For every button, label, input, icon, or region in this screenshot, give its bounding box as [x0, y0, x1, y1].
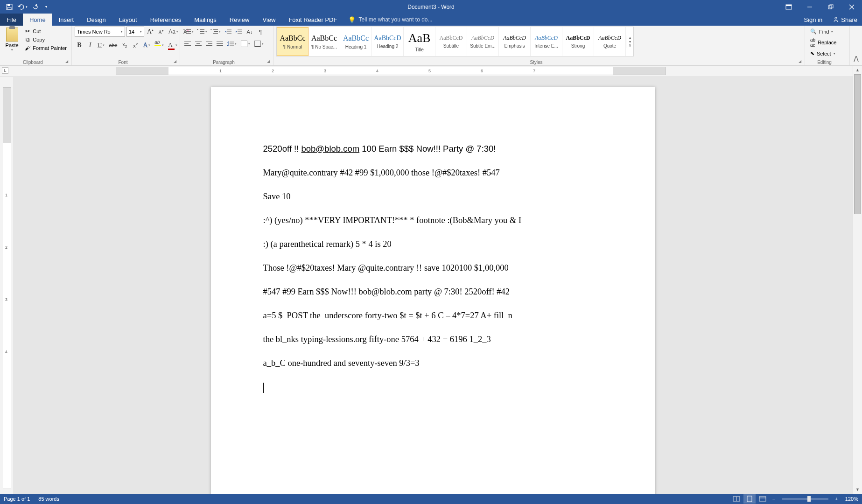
multilevel-list-button[interactable]: ▾: [210, 27, 222, 37]
sign-in-button[interactable]: Sign in: [799, 16, 828, 23]
word-count-status[interactable]: 85 words: [38, 496, 59, 502]
maximize-button[interactable]: [820, 0, 841, 14]
collapse-ribbon-button[interactable]: ᐱ: [850, 26, 862, 65]
paragraph-cursor[interactable]: [263, 381, 603, 393]
clipboard-launcher[interactable]: ◢: [65, 59, 70, 64]
subscript-button[interactable]: x2: [120, 40, 129, 50]
style-item[interactable]: AaBTitle: [404, 27, 435, 56]
vertical-scrollbar[interactable]: ▲ ▼: [853, 66, 862, 494]
line-spacing-button[interactable]: ▾: [226, 39, 238, 49]
save-button[interactable]: [4, 1, 15, 13]
paragraph[interactable]: #547 #99 Earn $$$ Now!!! bob@blob.com pa…: [263, 286, 603, 298]
copy-button[interactable]: ⧉Copy: [22, 36, 69, 43]
horizontal-ruler[interactable]: 1234567: [116, 67, 666, 75]
shading-button[interactable]: ▾: [239, 39, 252, 49]
vertical-ruler[interactable]: 1234: [3, 87, 11, 489]
paragraph[interactable]: Those !@#$20taxes! Mary @quite.contrary …: [263, 262, 603, 274]
text-effects-button[interactable]: A▾: [141, 40, 152, 50]
paste-button[interactable]: Paste ▾: [3, 27, 21, 53]
zoom-level[interactable]: 120%: [845, 496, 858, 502]
style-item[interactable]: AaBbCcDSubtitle: [435, 27, 467, 56]
tab-view[interactable]: View: [256, 14, 282, 26]
scroll-track[interactable]: [854, 74, 861, 485]
bold-button[interactable]: B: [75, 40, 84, 50]
paragraph[interactable]: :^) (yes/no) ***VERY IMPORTANT!*** * foo…: [263, 215, 603, 226]
style-item[interactable]: AaBbCcDStrong: [562, 27, 594, 56]
print-layout-button[interactable]: [743, 494, 756, 504]
underline-button[interactable]: U▾: [96, 40, 106, 50]
style-item[interactable]: AaBbCcDSubtle Em...: [467, 27, 499, 56]
justify-button[interactable]: [215, 39, 224, 49]
tab-insert[interactable]: Insert: [52, 14, 81, 26]
minimize-button[interactable]: [799, 0, 820, 14]
scroll-thumb[interactable]: [854, 74, 861, 214]
customize-qat-button[interactable]: ▾: [43, 1, 49, 13]
undo-button[interactable]: ▾: [17, 1, 28, 13]
sort-button[interactable]: A↓: [245, 27, 254, 37]
replace-button[interactable]: abacReplace: [808, 36, 839, 49]
paragraph[interactable]: Save 10: [263, 191, 603, 203]
change-case-button[interactable]: Aa▾: [167, 27, 180, 37]
style-item[interactable]: AaBbCcHeading 1: [340, 27, 372, 56]
read-mode-button[interactable]: [730, 494, 743, 504]
zoom-out-button[interactable]: −: [770, 496, 778, 502]
decrease-indent-button[interactable]: [224, 27, 233, 37]
gallery-expand[interactable]: ⊻: [626, 44, 633, 48]
page[interactable]: 2520off !! bob@blob.com 100 Earn $$$ Now…: [211, 87, 655, 494]
tab-selector[interactable]: L: [2, 67, 8, 74]
tab-references[interactable]: References: [144, 14, 188, 26]
scroll-down-button[interactable]: ▼: [853, 485, 862, 494]
paragraph[interactable]: :) (a parenthetical remark) 5 * 4 is 20: [263, 238, 603, 250]
paragraph-launcher[interactable]: ◢: [267, 59, 272, 64]
show-hide-button[interactable]: ¶: [256, 27, 265, 37]
font-launcher[interactable]: ◢: [174, 59, 178, 64]
tab-design[interactable]: Design: [80, 14, 112, 26]
bullets-button[interactable]: ▾: [183, 27, 195, 37]
highlight-button[interactable]: ▾: [153, 40, 165, 50]
tab-mailings[interactable]: Mailings: [188, 14, 223, 26]
paragraph[interactable]: 2520off !! bob@blob.com 100 Earn $$$ Now…: [263, 143, 603, 155]
italic-button[interactable]: I: [85, 40, 95, 50]
grow-font-button[interactable]: A▴: [146, 27, 155, 37]
numbering-button[interactable]: ▾: [196, 27, 209, 37]
font-color-button[interactable]: A▾: [167, 40, 179, 50]
ribbon-display-options-button[interactable]: [778, 0, 799, 14]
tell-me-input[interactable]: [358, 16, 461, 23]
paragraph[interactable]: Mary@quite.contrary #42 #99 $1,000,000 t…: [263, 167, 603, 179]
styles-launcher[interactable]: ◢: [799, 59, 803, 64]
borders-button[interactable]: ▾: [253, 39, 265, 49]
document-area[interactable]: 2520off !! bob@blob.com 100 Earn $$$ Now…: [13, 77, 853, 494]
paragraph[interactable]: a=5 $_POST the_underscore forty-two $t =…: [263, 310, 603, 322]
strikethrough-button[interactable]: abc: [107, 40, 119, 50]
tab-home[interactable]: Home: [23, 14, 52, 26]
style-item[interactable]: AaBbCcDQuote: [594, 27, 626, 56]
tell-me-search[interactable]: 💡: [343, 14, 798, 26]
tab-review[interactable]: Review: [223, 14, 256, 26]
shrink-font-button[interactable]: A▾: [156, 27, 166, 37]
paragraph[interactable]: the bl_nks typing-lessions.org fifty-one…: [263, 334, 603, 345]
close-button[interactable]: [841, 0, 862, 14]
redo-button[interactable]: [30, 1, 41, 13]
font-name-select[interactable]: Times New Ro▾: [75, 27, 125, 37]
increase-indent-button[interactable]: [234, 27, 244, 37]
style-item[interactable]: AaBbCcDEmphasis: [499, 27, 531, 56]
align-right-button[interactable]: [204, 39, 214, 49]
share-button[interactable]: Share: [828, 16, 862, 23]
scroll-up-button[interactable]: ▲: [853, 66, 862, 74]
zoom-in-button[interactable]: +: [832, 496, 841, 502]
gallery-row-down[interactable]: ▾: [626, 40, 633, 44]
tab-file[interactable]: File: [0, 14, 23, 26]
hyperlink[interactable]: bob@blob.com: [301, 144, 359, 154]
style-item[interactable]: AaBbCc¶ Normal: [277, 27, 308, 56]
style-item[interactable]: AaBbCcDHeading 2: [372, 27, 404, 56]
gallery-row-up[interactable]: ▴: [626, 35, 633, 40]
format-painter-button[interactable]: 🖌Format Painter: [22, 44, 69, 52]
tab-layout[interactable]: Layout: [112, 14, 144, 26]
zoom-slider-thumb[interactable]: [807, 496, 811, 502]
paragraph[interactable]: a_b_C one-hundred and seventy-seven 9/3=…: [263, 357, 603, 369]
superscript-button[interactable]: x2: [131, 40, 140, 50]
find-button[interactable]: 🔍Find▾: [808, 28, 835, 35]
web-layout-button[interactable]: [757, 494, 769, 504]
align-center-button[interactable]: [194, 39, 203, 49]
font-size-select[interactable]: 14▾: [126, 27, 144, 37]
